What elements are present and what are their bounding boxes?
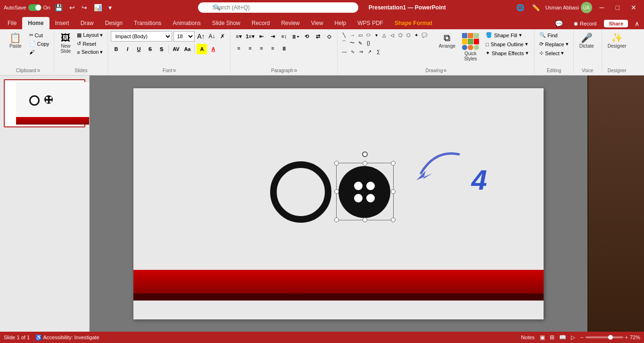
paste-button[interactable]: 📋 Paste xyxy=(5,31,26,50)
presentation-icon[interactable]: 📊 xyxy=(92,4,104,11)
handle-top-right[interactable] xyxy=(391,161,396,166)
shadow-button[interactable]: S xyxy=(156,44,166,54)
globe-icon[interactable]: 🌐 xyxy=(514,4,526,11)
clipboard-expand-icon[interactable]: ⧉ xyxy=(37,68,40,73)
new-slide-button[interactable]: 🖼 NewSlide xyxy=(57,31,74,56)
columns-button[interactable]: ⫼▾ xyxy=(290,31,300,42)
highlight-button[interactable]: A xyxy=(197,44,207,54)
triangle-shape[interactable]: △ xyxy=(380,31,388,39)
handle-bottom-middle[interactable] xyxy=(363,218,367,222)
font-size-select[interactable]: 18 xyxy=(173,31,195,42)
oval-shape[interactable]: ⬭ xyxy=(364,31,372,39)
freehand-shape[interactable]: ∿ xyxy=(349,48,356,55)
freeform-shape[interactable]: ✎ xyxy=(356,39,364,47)
zoom-slider[interactable]: − + 72% xyxy=(580,335,640,340)
connector-shape[interactable]: ↗ xyxy=(366,48,373,55)
dropdown-arrow-icon[interactable]: ▾ xyxy=(107,4,114,11)
smartart-button[interactable]: ◇ xyxy=(324,31,334,42)
bullets-button[interactable]: ≡▾ xyxy=(233,31,244,42)
undo-icon[interactable]: ↩ xyxy=(67,4,77,11)
strikethrough-button[interactable]: S xyxy=(145,44,155,54)
minimize-button[interactable]: ─ xyxy=(596,4,608,11)
align-center-button[interactable]: ≡ xyxy=(245,43,255,53)
arrange-button[interactable]: ⧉ Arrange xyxy=(436,31,458,50)
brace-shape[interactable]: {} xyxy=(364,39,372,47)
star-shape[interactable]: ✦ xyxy=(413,31,420,39)
handle-middle-left[interactable] xyxy=(334,189,339,194)
comments-icon[interactable]: 💬 xyxy=(552,19,566,28)
increase-font-button[interactable]: A↑ xyxy=(196,32,206,41)
slideshow-view-button[interactable]: ▷ xyxy=(570,334,577,341)
tab-view[interactable]: View xyxy=(305,17,329,29)
canvas-area[interactable]: 4 xyxy=(90,75,587,332)
decrease-indent-button[interactable]: ⇤ xyxy=(256,31,266,42)
arrow-shape[interactable]: → xyxy=(348,31,356,39)
line-shape-2[interactable]: — xyxy=(340,48,348,55)
zoom-thumb[interactable] xyxy=(608,335,613,340)
quick-styles-button[interactable]: QuickStyles xyxy=(459,31,482,63)
tab-help[interactable]: Help xyxy=(329,17,352,29)
arc-shape[interactable]: ⌒ xyxy=(340,39,348,47)
format-painter-button[interactable]: 🖌 xyxy=(27,48,51,56)
reset-button[interactable]: ↺ Reset xyxy=(75,40,105,48)
underline-button[interactable]: U xyxy=(133,44,144,54)
line-shape[interactable]: ╲ xyxy=(340,31,348,39)
dictate-button[interactable]: 🎤 Dictate xyxy=(577,31,597,50)
shape-fill-arrow[interactable]: ▾ xyxy=(519,32,522,38)
line-spacing-button[interactable]: ≡↕ xyxy=(279,31,289,42)
bold-button[interactable]: B xyxy=(111,44,121,54)
designer-button[interactable]: ✨ Designer xyxy=(605,31,629,50)
text-columns-button[interactable]: ⫼ xyxy=(279,43,289,53)
tab-home[interactable]: Home xyxy=(22,17,49,29)
handle-bottom-left[interactable] xyxy=(334,218,339,222)
callout-shape[interactable]: 💬 xyxy=(421,31,428,39)
pen-icon[interactable]: ✏️ xyxy=(530,4,542,11)
text-direction-button[interactable]: ⟲ xyxy=(301,31,312,42)
user-info[interactable]: Usman Abbasi UA xyxy=(545,2,592,13)
decrease-font-button[interactable]: A↓ xyxy=(207,32,216,41)
tab-design[interactable]: Design xyxy=(99,17,128,29)
redo-icon[interactable]: ↪ xyxy=(80,4,89,11)
numbering-button[interactable]: 1≡▾ xyxy=(245,31,255,42)
shape-effects-arrow[interactable]: ▾ xyxy=(526,50,528,56)
reading-view-button[interactable]: 📖 xyxy=(558,334,568,341)
font-color-button[interactable]: A xyxy=(208,44,218,54)
tab-review[interactable]: Review xyxy=(275,17,305,29)
autosave-toggle[interactable]: AutoSave On xyxy=(4,4,50,11)
collapse-ribbon-icon[interactable]: ∧ xyxy=(632,19,642,28)
save-icon[interactable]: 💾 xyxy=(53,4,65,11)
tab-file[interactable]: File xyxy=(2,17,22,29)
tab-animations[interactable]: Animations xyxy=(167,17,206,29)
handle-middle-right[interactable] xyxy=(391,189,396,194)
find-button[interactable]: 🔍 Find xyxy=(537,31,559,39)
italic-button[interactable]: I xyxy=(122,44,132,54)
tab-slideshow[interactable]: Slide Show xyxy=(206,17,246,29)
tab-transitions[interactable]: Transitions xyxy=(128,17,167,29)
align-right-button[interactable]: ≡ xyxy=(256,43,266,53)
hexagon-shape[interactable]: ⬡ xyxy=(405,31,412,39)
rtriangle-shape[interactable]: ◁ xyxy=(388,31,396,39)
char-spacing-button[interactable]: AV xyxy=(171,44,181,54)
handle-top-middle[interactable] xyxy=(363,161,367,166)
clear-format-button[interactable]: ✗ xyxy=(218,32,227,41)
section-button[interactable]: ≡ Section ▾ xyxy=(75,48,105,56)
replace-arrow[interactable]: ▾ xyxy=(566,41,569,47)
copy-button[interactable]: 📄 Copy xyxy=(27,40,51,48)
align-left-button[interactable]: ≡ xyxy=(233,43,244,53)
layout-button[interactable]: ▦ Layout ▾ xyxy=(75,31,105,39)
equation-shape[interactable]: ∑ xyxy=(374,48,382,55)
curve-shape[interactable]: 〜 xyxy=(348,39,356,47)
record-button[interactable]: ⏺ Record xyxy=(570,20,601,27)
shape-effects-button[interactable]: ✦ Shape Effects ▾ xyxy=(483,49,531,57)
rectangle-shape[interactable]: ▭ xyxy=(356,31,364,39)
arrow2-shape[interactable]: ⇒ xyxy=(357,48,365,55)
slide-sorter-button[interactable]: ⊞ xyxy=(548,334,556,341)
tab-insert[interactable]: Insert xyxy=(50,17,75,29)
pentagon-shape[interactable]: ⬠ xyxy=(396,31,404,39)
shape-fill-button[interactable]: 🪣 Shape Fill ▾ xyxy=(483,31,531,39)
replace-button[interactable]: ⟳ Replace ▾ xyxy=(537,40,570,48)
maximize-button[interactable]: □ xyxy=(612,4,623,11)
zoom-track[interactable] xyxy=(586,336,623,338)
justify-button[interactable]: ≡ xyxy=(267,43,278,53)
more-shapes[interactable]: ▾ xyxy=(372,31,380,39)
